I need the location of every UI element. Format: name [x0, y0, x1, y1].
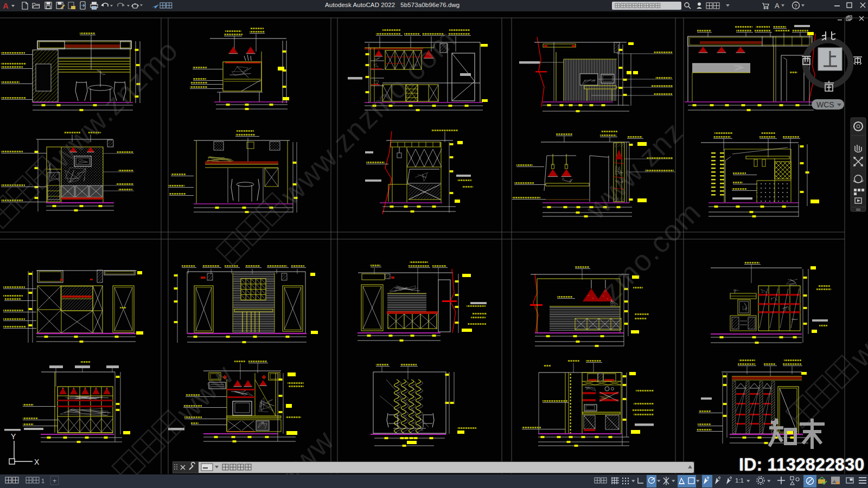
svg-text:www: www — [843, 303, 868, 374]
svg-text:Y: Y — [11, 432, 16, 441]
svg-text:X: X — [34, 458, 40, 466]
svg-text:www.znzmo.com: www.znzmo.com — [273, 22, 462, 211]
svg-text:WCS: WCS — [816, 100, 834, 109]
svg-text:www.znzmo: www.znzmo — [43, 33, 184, 174]
